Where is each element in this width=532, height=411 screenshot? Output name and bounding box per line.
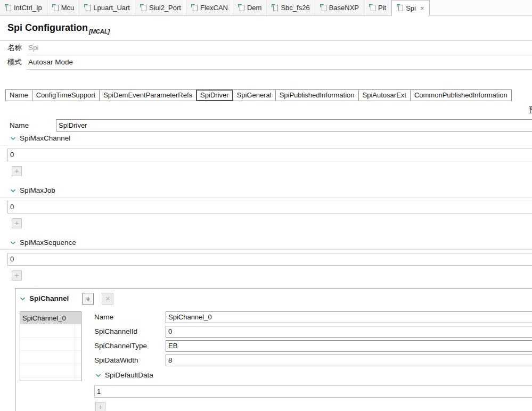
editor-tab-label: FlexCAN — [200, 4, 228, 12]
tab-close-icon[interactable]: × — [420, 5, 424, 12]
editor-tab[interactable]: Sbc_fs26 — [267, 0, 315, 15]
config-tab[interactable]: SpiGeneral — [233, 89, 276, 101]
driver-sections: SpiMaxChannel + SpiMaxJob + SpiMaxSequen… — [0, 131, 532, 281]
mode-label: 模式 — [7, 55, 22, 70]
add-channel-button[interactable]: + — [82, 293, 94, 305]
name-label: 名称 — [7, 41, 22, 55]
remove-channel-button[interactable]: × — [102, 293, 113, 305]
field-value-input[interactable] — [166, 311, 532, 323]
add-button[interactable]: + — [12, 218, 22, 228]
editor-tab[interactable]: Dem — [233, 0, 267, 15]
editor-tab[interactable]: Pit — [364, 0, 391, 15]
config-tab[interactable]: SpiDriver — [196, 89, 233, 101]
chevron-down-icon — [10, 186, 16, 194]
name-value-field[interactable]: Spi — [27, 41, 532, 55]
config-tab-label: ConfigTimeSupport — [36, 91, 96, 99]
config-tab[interactable]: ConfigTimeSupport — [32, 89, 100, 101]
editor-tab-label: Siul2_Port — [149, 4, 181, 12]
chevron-down-icon — [10, 239, 16, 246]
page-title-text: Spi Configuration — [7, 22, 88, 33]
file-icon — [140, 4, 146, 12]
editor-tab[interactable]: Lpuart_Uart — [79, 0, 135, 15]
config-tab-label: CommonPublishedInformation — [414, 91, 508, 99]
list-item[interactable]: SpiChannel_0 — [20, 312, 81, 324]
channel-list[interactable]: SpiChannel_0 — [20, 311, 81, 381]
add-default-data-button[interactable]: + — [95, 402, 105, 411]
editor-tab[interactable]: Spi × — [391, 0, 429, 16]
config-tab[interactable]: CommonPublishedInformation — [410, 89, 512, 101]
chevron-down-icon — [95, 371, 101, 379]
file-icon — [84, 4, 91, 12]
add-button[interactable]: + — [12, 166, 22, 176]
driver-name-label: Name — [10, 121, 56, 129]
file-icon — [238, 4, 244, 12]
file-icon — [397, 4, 403, 12]
chevron-down-icon — [10, 134, 16, 142]
file-icon — [369, 4, 375, 12]
section-label: SpiMaxChannel — [20, 134, 70, 142]
editor-tab-label: Mcu — [61, 4, 75, 12]
section-header[interactable]: SpiMaxSequence — [0, 236, 532, 250]
section-value-input[interactable] — [7, 201, 532, 213]
config-tab-label: SpiAutosarExt — [363, 91, 406, 99]
file-icon — [52, 4, 59, 12]
spi-channel-header[interactable]: SpiChannel + × — [20, 293, 532, 305]
config-section: SpiMaxJob + — [0, 184, 532, 228]
editor-tab-label: BaseNXP — [329, 4, 359, 12]
default-data-label: SpiDefaultData — [105, 371, 153, 379]
field-value-input[interactable] — [166, 355, 532, 366]
config-section: SpiMaxSequence + — [0, 236, 532, 281]
field-value-input[interactable] — [166, 340, 532, 352]
config-tab[interactable]: SpiPublishedInformation — [275, 89, 359, 101]
file-icon — [320, 4, 326, 12]
clipped-text[interactable]: 预 — [529, 105, 532, 115]
default-data-input[interactable] — [94, 385, 532, 398]
mode-form-row: 模式 Autosar Mode — [0, 55, 532, 70]
file-icon — [191, 4, 198, 12]
config-section: SpiMaxChannel + — [0, 131, 532, 176]
editor-tab[interactable]: FlexCAN — [186, 0, 233, 15]
field-row: Name — [94, 311, 532, 323]
editor-tab[interactable]: BaseNXP — [315, 0, 364, 15]
field-label: Name — [94, 313, 166, 321]
editor-tab[interactable]: Mcu — [47, 0, 80, 15]
section-header[interactable]: SpiMaxChannel — [0, 131, 532, 145]
config-tab[interactable]: SpiDemEventParameterRefs — [99, 89, 197, 101]
mode-value-field[interactable]: Autosar Mode — [27, 55, 532, 70]
config-tab[interactable]: SpiAutosarExt — [358, 89, 411, 101]
config-tab-label: SpiDriver — [200, 91, 228, 99]
field-row: SpiChannelType — [94, 340, 532, 352]
section-header[interactable]: SpiMaxJob — [0, 184, 532, 198]
editor-tab[interactable]: Siul2_Port — [135, 0, 186, 15]
editor-tab-label: Sbc_fs26 — [281, 4, 309, 12]
field-label: SpiChannelType — [94, 342, 166, 350]
chevron-down-icon — [20, 294, 26, 302]
editor-tab[interactable]: IntCtrl_Ip — [0, 0, 47, 15]
field-value-input[interactable] — [166, 326, 532, 338]
spi-channel-title: SpiChannel — [29, 294, 69, 302]
config-tab-label: Name — [10, 91, 28, 99]
editor-tab-label: Dem — [247, 4, 261, 12]
config-tab-label: SpiGeneral — [237, 91, 272, 99]
editor-tab-label: Pit — [378, 4, 386, 12]
editor-tab-label: Lpuart_Uart — [93, 4, 130, 12]
section-value-input[interactable] — [7, 253, 532, 266]
channel-fields: Name SpiChannelId SpiChannelType SpiData… — [94, 311, 532, 366]
config-tab-label: SpiPublishedInformation — [280, 91, 355, 99]
page-title: Spi Configuration[MCAL] — [0, 16, 532, 41]
config-tab[interactable]: Name — [5, 89, 32, 101]
section-label: SpiMaxJob — [20, 186, 55, 194]
spi-channel-body: SpiChannel_0 Name SpiChannelId SpiChanne… — [20, 311, 532, 411]
config-tab-strip: Name ConfigTimeSupport SpiDemEventParame… — [5, 89, 532, 101]
add-button[interactable]: + — [12, 270, 22, 281]
default-data-header[interactable]: SpiDefaultData — [95, 371, 532, 379]
config-tab-label: SpiDemEventParameterRefs — [103, 91, 192, 99]
file-icon — [272, 4, 278, 12]
list-empty-row — [20, 324, 81, 338]
channel-form: Name SpiChannelId SpiChannelType SpiData… — [94, 311, 532, 411]
editor-tab-label: Spi — [406, 4, 416, 12]
section-value-input[interactable] — [7, 149, 532, 161]
editor-tab-bar: IntCtrl_Ip Mcu Lpuart_Uart Siul2_Port — [0, 0, 532, 16]
field-row: SpiDataWidth — [94, 355, 532, 366]
driver-name-input[interactable] — [56, 119, 532, 131]
